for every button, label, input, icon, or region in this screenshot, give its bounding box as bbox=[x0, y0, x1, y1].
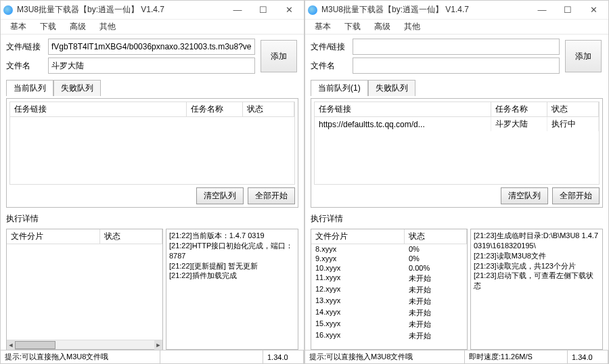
col-task-link[interactable]: 任务链接 bbox=[10, 102, 186, 117]
tab-failed-queue[interactable]: 失败队列 bbox=[53, 80, 101, 96]
exec-detail-label: 执行详情 bbox=[6, 210, 298, 226]
list-item[interactable]: 12.xyyx未开始 bbox=[311, 284, 467, 296]
col-part-status[interactable]: 状态 bbox=[100, 229, 162, 244]
log-line: [21:23]启动下载，可查看左侧下载状态 bbox=[474, 271, 600, 291]
menu-other[interactable]: 其他 bbox=[94, 20, 121, 34]
col-file-part[interactable]: 文件分片 bbox=[311, 229, 405, 244]
log-line: [21:23]读取完成，共123个分片 bbox=[474, 261, 600, 271]
col-status[interactable]: 状态 bbox=[243, 102, 294, 117]
tab-current-queue[interactable]: 当前队列(1) bbox=[311, 80, 368, 96]
menu-download[interactable]: 下载 bbox=[35, 20, 62, 34]
app-icon bbox=[3, 5, 13, 15]
detail-table: 文件分片 状态 ◄ ► bbox=[6, 229, 163, 350]
col-task-link[interactable]: 任务链接 bbox=[315, 102, 491, 117]
scroll-thumb[interactable] bbox=[15, 341, 55, 349]
log-line: [21:23]生成临时目录:D:\B\M3U8 1.4.7 0319\16183… bbox=[474, 231, 600, 251]
statusbar: 提示:可以直接拖入M3U8文件哦 即时速度:11.26M/S 1.34.0 bbox=[305, 350, 608, 363]
queue-table: 任务链接 任务名称 状态 bbox=[10, 102, 294, 117]
log-line: [21:22]HTTP接口初始化完成，端口：8787 bbox=[169, 241, 295, 261]
window-left: M3U8批量下载器【by:逍遥一仙】 V1.4.7 — ☐ ✕ 基本 下载 高级… bbox=[0, 0, 304, 364]
scroll-right-icon[interactable]: ► bbox=[154, 340, 162, 350]
list-item[interactable]: 10.xyyx0.00% bbox=[311, 263, 467, 273]
queue-table: 任务链接 任务名称 状态 https://defaultts.tc.qq.com… bbox=[315, 102, 599, 131]
status-hint: 提示:可以直接拖入M3U8文件哦 bbox=[305, 350, 465, 363]
file-link-input[interactable] bbox=[353, 39, 560, 55]
log-line: [21:22][更新提醒] 暂无更新 bbox=[169, 261, 295, 271]
window-right: M3U8批量下载器【by:逍遥一仙】 V1.4.7 — ☐ ✕ 基本 下载 高级… bbox=[304, 0, 609, 364]
app-icon bbox=[308, 5, 317, 15]
menu-basic[interactable]: 基本 bbox=[5, 20, 32, 34]
list-item[interactable]: 14.xyyx未开始 bbox=[311, 307, 467, 319]
queue-panel: 任务链接 任务名称 状态 清空队列 全部开始 bbox=[6, 98, 298, 208]
file-name-input[interactable] bbox=[48, 58, 255, 74]
log-line: [21:23]读取M3U8文件 bbox=[474, 251, 600, 261]
minimize-button[interactable]: — bbox=[229, 5, 246, 15]
list-item[interactable]: 11.xyyx未开始 bbox=[311, 273, 467, 284]
close-button[interactable]: ✕ bbox=[585, 5, 602, 15]
maximize-button[interactable]: ☐ bbox=[255, 5, 271, 15]
col-task-name[interactable]: 任务名称 bbox=[491, 102, 547, 117]
col-task-name[interactable]: 任务名称 bbox=[186, 102, 243, 117]
table-row[interactable]: https://defaultts.tc.qq.com/d...斗罗大陆执行中 bbox=[315, 117, 599, 132]
list-item[interactable]: 16.xyyx未开始 bbox=[311, 330, 467, 342]
file-link-label: 文件/链接 bbox=[6, 41, 44, 53]
titlebar[interactable]: M3U8批量下载器【by:逍遥一仙】 V1.4.7 — ☐ ✕ bbox=[305, 1, 608, 20]
list-item[interactable]: 9.xyyx0% bbox=[311, 254, 467, 263]
log-line: [21:22]当前版本：1.4.7 0319 bbox=[169, 231, 295, 241]
status-version: 1.34.0 bbox=[568, 350, 608, 363]
statusbar: 提示:可以直接拖入M3U8文件哦 1.34.0 bbox=[1, 350, 304, 363]
menu-advanced[interactable]: 高级 bbox=[369, 20, 396, 34]
col-part-status[interactable]: 状态 bbox=[405, 229, 467, 244]
app-title: M3U8批量下载器【by:逍遥一仙】 V1.4.7 bbox=[17, 4, 229, 16]
list-item[interactable]: 13.xyyx未开始 bbox=[311, 296, 467, 307]
file-name-label: 文件名 bbox=[6, 60, 44, 72]
menubar: 基本 下载 高级 其他 bbox=[1, 20, 304, 35]
clear-queue-button[interactable]: 清空队列 bbox=[196, 187, 244, 204]
menu-basic[interactable]: 基本 bbox=[309, 20, 336, 34]
list-item[interactable]: 8.xyyx0% bbox=[311, 244, 467, 254]
status-speed: 即时速度:11.26M/S bbox=[465, 350, 568, 363]
detail-table: 文件分片 状态 8.xyyx0%9.xyyx0%10.xyyx0.00%11.x… bbox=[311, 229, 468, 350]
clear-queue-button[interactable]: 清空队列 bbox=[501, 187, 548, 204]
close-button[interactable]: ✕ bbox=[281, 5, 297, 15]
status-version: 1.34.0 bbox=[263, 350, 304, 363]
app-title: M3U8批量下载器【by:逍遥一仙】 V1.4.7 bbox=[321, 4, 534, 16]
queue-panel: 任务链接 任务名称 状态 https://defaultts.tc.qq.com… bbox=[311, 98, 603, 208]
status-hint: 提示:可以直接拖入M3U8文件哦 bbox=[1, 350, 160, 363]
start-all-button[interactable]: 全部开始 bbox=[248, 187, 295, 204]
log-panel[interactable]: [21:22]当前版本：1.4.7 0319[21:22]HTTP接口初始化完成… bbox=[166, 229, 298, 350]
titlebar[interactable]: M3U8批量下载器【by:逍遥一仙】 V1.4.7 — ☐ ✕ bbox=[1, 1, 304, 20]
file-link-label: 文件/链接 bbox=[311, 41, 348, 53]
status-speed bbox=[160, 350, 263, 363]
menu-other[interactable]: 其他 bbox=[399, 20, 426, 34]
start-all-button[interactable]: 全部开始 bbox=[552, 187, 600, 204]
col-status[interactable]: 状态 bbox=[547, 102, 599, 117]
file-name-input[interactable] bbox=[353, 58, 560, 74]
hscrollbar[interactable]: ◄ ► bbox=[7, 340, 162, 349]
file-link-input[interactable] bbox=[48, 39, 255, 55]
exec-detail-label: 执行详情 bbox=[311, 210, 603, 226]
menubar: 基本 下载 高级 其他 bbox=[305, 20, 608, 35]
add-button[interactable]: 添加 bbox=[565, 40, 602, 72]
list-item[interactable]: 15.xyyx未开始 bbox=[311, 319, 467, 330]
menu-download[interactable]: 下载 bbox=[339, 20, 366, 34]
scroll-left-icon[interactable]: ◄ bbox=[7, 340, 15, 350]
log-panel[interactable]: [21:23]生成临时目录:D:\B\M3U8 1.4.7 0319\16183… bbox=[470, 229, 603, 350]
tab-current-queue[interactable]: 当前队列 bbox=[6, 80, 53, 96]
menu-advanced[interactable]: 高级 bbox=[64, 20, 91, 34]
tab-failed-queue[interactable]: 失败队列 bbox=[368, 80, 415, 96]
add-button[interactable]: 添加 bbox=[261, 40, 297, 72]
file-name-label: 文件名 bbox=[311, 60, 348, 72]
log-line: [21:22]插件加载完成 bbox=[169, 271, 295, 281]
maximize-button[interactable]: ☐ bbox=[560, 5, 576, 15]
col-file-part[interactable]: 文件分片 bbox=[7, 229, 100, 244]
minimize-button[interactable]: — bbox=[534, 5, 550, 15]
